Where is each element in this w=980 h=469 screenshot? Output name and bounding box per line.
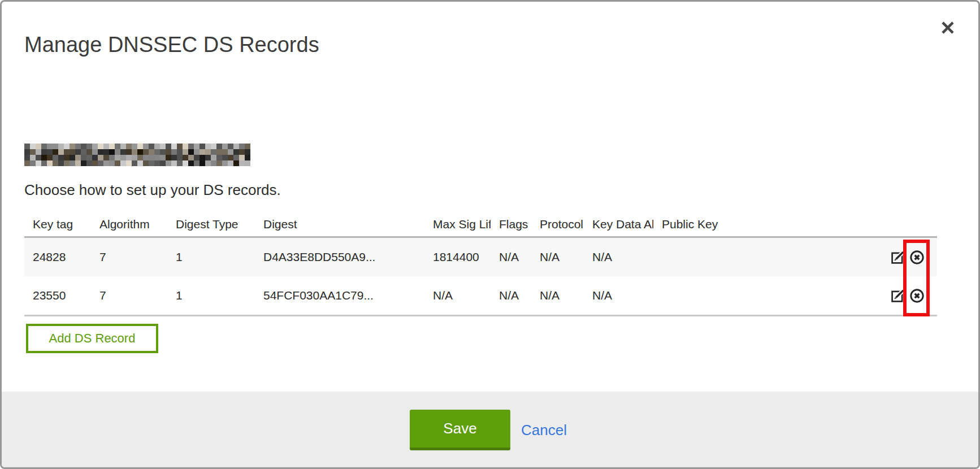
column-header-digest-type: Digest Type [167,212,255,237]
column-header-public-key: Public Key [653,212,874,237]
edit-icon [890,250,905,265]
manage-dnssec-dialog: Manage DNSSEC DS Records Choose how to s… [0,0,980,469]
edit-record-button[interactable] [890,250,905,265]
dialog-footer: Save Cancel [2,392,978,467]
delete-record-button[interactable] [909,288,925,303]
edit-record-button[interactable] [890,288,905,303]
close-button[interactable] [938,18,958,38]
close-icon [939,19,957,37]
column-header-key-data-alg: Key Data Alg [584,212,653,237]
cell-public-key [653,237,874,277]
delete-icon [909,288,925,303]
cell-digest-type: 1 [167,237,255,277]
cell-key-data-alg: N/A [584,276,653,316]
column-header-flags: Flags [491,212,531,237]
cell-flags: N/A [491,237,531,277]
cell-actions [874,237,937,277]
cell-max-sig-life: 1814400 [424,237,491,277]
cancel-link[interactable]: Cancel [521,410,567,450]
page-title: Manage DNSSEC DS Records [24,33,319,58]
cell-algorithm: 7 [91,276,167,316]
cell-digest: 54FCF030AA1C79... [255,276,424,316]
column-header-digest: Digest [255,212,424,237]
cell-max-sig-life: N/A [424,276,491,316]
delete-icon [909,250,925,265]
ds-records-table: Key tag Algorithm Digest Type Digest Max… [24,212,937,316]
column-header-actions [874,212,937,237]
save-button[interactable]: Save [410,410,510,450]
cell-public-key [653,276,874,316]
cell-protocol: N/A [531,237,584,277]
add-ds-record-button[interactable]: Add DS Record [26,324,158,353]
cell-key-tag: 24828 [24,237,91,277]
column-header-max-sig-life: Max Sig Life [424,212,491,237]
cell-flags: N/A [491,276,531,316]
cell-digest-type: 1 [167,276,255,316]
redacted-domain [24,144,250,166]
cell-key-tag: 23550 [24,276,91,316]
cell-key-data-alg: N/A [584,237,653,277]
table-header-row: Key tag Algorithm Digest Type Digest Max… [24,212,937,237]
edit-icon [890,288,905,303]
intro-text: Choose how to set up your DS records. [24,181,281,199]
column-header-key-tag: Key tag [24,212,91,237]
table-row: 23550 7 1 54FCF030AA1C79... N/A N/A N/A … [24,276,937,316]
cell-digest: D4A33E8DD550A9... [255,237,424,277]
delete-record-button[interactable] [909,250,925,265]
column-header-algorithm: Algorithm [91,212,167,237]
table-row: 24828 7 1 D4A33E8DD550A9... 1814400 N/A … [24,237,937,277]
cell-actions [874,276,937,316]
column-header-protocol: Protocol [531,212,584,237]
cell-algorithm: 7 [91,237,167,277]
cell-protocol: N/A [531,276,584,316]
